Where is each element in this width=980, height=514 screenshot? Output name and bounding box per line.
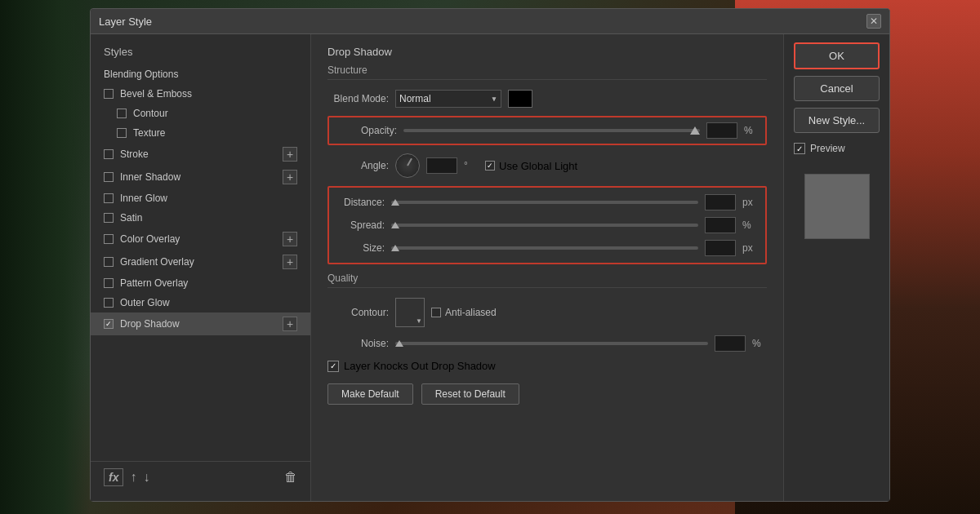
- cancel-button[interactable]: Cancel: [794, 76, 880, 101]
- drop-shadow-checkbox[interactable]: [104, 319, 114, 329]
- opacity-value-input[interactable]: 100: [706, 122, 737, 139]
- inner-shadow-label: Inner Shadow: [120, 171, 180, 183]
- drop-shadow-plus-button[interactable]: +: [283, 317, 297, 331]
- stroke-label: Stroke: [120, 148, 149, 160]
- noise-slider[interactable]: [395, 337, 708, 350]
- contour-checkbox[interactable]: [117, 109, 127, 118]
- size-slider[interactable]: [391, 241, 698, 255]
- noise-thumb[interactable]: [395, 340, 403, 347]
- blend-mode-select[interactable]: Normal Dissolve Multiply Screen Overlay: [395, 90, 501, 108]
- use-global-light-row[interactable]: Use Global Light: [485, 160, 577, 172]
- inner-shadow-plus-button[interactable]: +: [283, 170, 297, 184]
- new-style-button[interactable]: New Style...: [794, 108, 880, 133]
- bevel-emboss-label: Bevel & Emboss: [120, 88, 192, 100]
- sidebar-item-stroke[interactable]: Stroke +: [91, 143, 310, 166]
- gradient-overlay-checkbox[interactable]: [104, 257, 114, 267]
- layer-knocks-row[interactable]: Layer Knocks Out Drop Shadow: [327, 360, 767, 372]
- sidebar-item-outer-glow[interactable]: Outer Glow: [91, 293, 310, 312]
- sidebar-item-inner-glow[interactable]: Inner Glow: [91, 188, 310, 208]
- size-unit: px: [742, 242, 757, 254]
- inner-glow-label: Inner Glow: [120, 193, 167, 204]
- use-global-light-label: Use Global Light: [499, 160, 577, 172]
- outer-glow-checkbox[interactable]: [104, 298, 114, 308]
- opacity-label: Opacity:: [336, 125, 397, 136]
- color-overlay-checkbox[interactable]: [104, 234, 114, 244]
- anti-aliased-checkbox[interactable]: [431, 308, 441, 317]
- stroke-plus-button[interactable]: +: [283, 147, 297, 162]
- pattern-overlay-checkbox[interactable]: [104, 278, 114, 288]
- spread-row: Spread: 0 %: [337, 217, 757, 233]
- preview-row[interactable]: Preview: [794, 143, 880, 154]
- make-default-button[interactable]: Make Default: [327, 383, 413, 405]
- contour-swatch[interactable]: [395, 298, 425, 327]
- blend-mode-row: Blend Mode: Normal Dissolve Multiply Scr…: [327, 90, 767, 108]
- center-panel: Drop Shadow Structure Blend Mode: Normal…: [311, 34, 783, 501]
- sidebar-item-bevel-emboss[interactable]: Bevel & Emboss: [91, 84, 310, 104]
- noise-label: Noise:: [327, 338, 389, 349]
- satin-label: Satin: [120, 212, 142, 224]
- contour-swatch-wrapper[interactable]: [395, 298, 425, 327]
- anti-aliased-row[interactable]: Anti-aliased: [431, 307, 497, 318]
- blending-options-label: Blending Options: [104, 69, 178, 80]
- distance-thumb[interactable]: [391, 199, 399, 206]
- gradient-overlay-plus-button[interactable]: +: [283, 255, 297, 269]
- ok-button[interactable]: OK: [794, 42, 880, 69]
- sidebar-item-drop-shadow[interactable]: Drop Shadow +: [91, 312, 310, 335]
- layer-knocks-checkbox[interactable]: [327, 361, 339, 372]
- distance-slider[interactable]: [391, 196, 698, 209]
- sidebar-item-contour[interactable]: Contour: [91, 104, 310, 123]
- sidebar-item-blending-options[interactable]: Blending Options: [91, 64, 310, 84]
- size-track: [391, 246, 698, 250]
- spread-slider[interactable]: [391, 219, 698, 232]
- sidebar-item-gradient-overlay[interactable]: Gradient Overlay +: [91, 250, 310, 273]
- satin-checkbox[interactable]: [104, 213, 114, 223]
- drop-shadow-label: Drop Shadow: [120, 318, 180, 330]
- size-value-input[interactable]: 0: [705, 240, 736, 256]
- sidebar: Styles Blending Options Bevel & Emboss C…: [91, 34, 311, 501]
- blend-mode-select-wrapper[interactable]: Normal Dissolve Multiply Screen Overlay …: [395, 90, 501, 108]
- inner-shadow-checkbox[interactable]: [104, 172, 114, 182]
- opacity-highlighted-row: Opacity: 100 %: [327, 116, 767, 145]
- texture-checkbox[interactable]: [117, 128, 127, 138]
- angle-dial[interactable]: [395, 153, 420, 178]
- contour-label: Contour: [133, 108, 168, 119]
- opacity-slider[interactable]: [403, 124, 700, 137]
- preview-swatch: [804, 174, 870, 239]
- reset-to-default-button[interactable]: Reset to Default: [421, 383, 519, 405]
- blend-color-swatch[interactable]: [508, 90, 532, 108]
- sidebar-item-satin[interactable]: Satin: [91, 208, 310, 228]
- size-label: Size:: [337, 242, 385, 254]
- angle-row: Angle: 30 ° Use Global Light: [327, 153, 767, 178]
- stroke-checkbox[interactable]: [104, 149, 114, 159]
- fx-button[interactable]: fx: [104, 468, 123, 486]
- close-button[interactable]: ✕: [866, 14, 881, 29]
- distance-unit: px: [742, 197, 757, 208]
- sidebar-section-title: Styles: [91, 42, 310, 64]
- bevel-emboss-checkbox[interactable]: [104, 89, 114, 99]
- inner-glow-checkbox[interactable]: [104, 193, 114, 203]
- spread-thumb[interactable]: [391, 222, 399, 228]
- noise-track: [395, 342, 708, 345]
- up-button[interactable]: ↑: [130, 470, 136, 485]
- right-panel: OK Cancel New Style... Preview: [783, 34, 889, 501]
- spread-track: [391, 224, 698, 227]
- layer-style-dialog: Layer Style ✕ Styles Blending Options Be…: [90, 8, 890, 502]
- angle-value-input[interactable]: 30: [426, 157, 457, 174]
- down-button[interactable]: ↓: [143, 470, 149, 485]
- color-overlay-plus-button[interactable]: +: [283, 232, 297, 246]
- sidebar-item-inner-shadow[interactable]: Inner Shadow +: [91, 166, 310, 188]
- contour-form-label: Contour:: [327, 307, 389, 318]
- size-thumb[interactable]: [391, 245, 399, 251]
- sidebar-item-texture[interactable]: Texture: [91, 123, 310, 143]
- dialog-body: Styles Blending Options Bevel & Emboss C…: [91, 34, 889, 501]
- opacity-slider-thumb[interactable]: [690, 126, 700, 135]
- distance-value-input[interactable]: 0: [705, 194, 736, 210]
- sidebar-item-color-overlay[interactable]: Color Overlay +: [91, 228, 310, 250]
- use-global-light-checkbox[interactable]: [485, 161, 495, 171]
- delete-button[interactable]: 🗑: [284, 470, 297, 485]
- noise-value-input[interactable]: 0: [715, 335, 746, 352]
- sidebar-item-pattern-overlay[interactable]: Pattern Overlay: [91, 273, 310, 293]
- foliage-left: [0, 0, 90, 514]
- preview-checkbox[interactable]: [794, 143, 805, 154]
- spread-value-input[interactable]: 0: [705, 217, 736, 233]
